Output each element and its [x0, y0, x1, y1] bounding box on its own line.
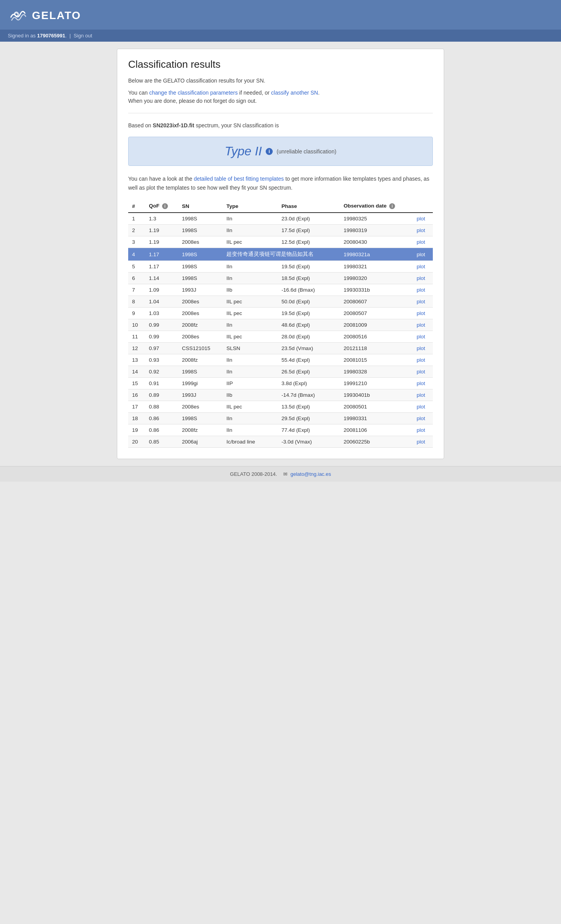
- type-label: Type II: [225, 144, 262, 158]
- cell-sn: 1993J: [178, 284, 222, 296]
- cell-plot[interactable]: plot: [413, 436, 433, 448]
- cell-plot[interactable]: plot: [413, 413, 433, 424]
- table-row: 7 1.09 1993J IIb -16.6d (Bmax) 19930331b…: [128, 284, 433, 296]
- cell-phase: 13.5d (Expl): [278, 401, 340, 413]
- qof-info-icon[interactable]: i: [162, 203, 168, 209]
- table-row: 4 1.17 1998S 超变传奇通灵项链可谓是物品如其名 19980321a …: [128, 248, 433, 261]
- cell-sn: 1998S: [178, 366, 222, 378]
- plot-link[interactable]: plot: [416, 299, 425, 304]
- cell-num: 20: [128, 436, 145, 448]
- plot-link[interactable]: plot: [416, 239, 425, 245]
- cell-qof: 0.85: [145, 436, 178, 448]
- type-info-icon[interactable]: i: [266, 148, 273, 155]
- cell-num: 19: [128, 424, 145, 436]
- unreliable-label: (unreliable classification): [277, 148, 336, 155]
- cell-plot[interactable]: plot: [413, 354, 433, 366]
- cell-plot[interactable]: plot: [413, 261, 433, 273]
- templates-table-link[interactable]: detailed table of best fitting templates: [194, 176, 284, 182]
- plot-link[interactable]: plot: [416, 227, 425, 233]
- cell-obs: 20080607: [340, 296, 413, 308]
- plot-link[interactable]: plot: [416, 334, 425, 340]
- plot-link[interactable]: plot: [416, 275, 425, 281]
- cell-qof: 0.92: [145, 366, 178, 378]
- type-result-box: Type II i (unreliable classification): [128, 137, 433, 166]
- cell-plot[interactable]: plot: [413, 343, 433, 354]
- plot-link[interactable]: plot: [416, 357, 425, 363]
- cell-sn: 1998S: [178, 261, 222, 273]
- cell-num: 4: [128, 248, 145, 261]
- gelato-logo-icon: [8, 5, 28, 26]
- cell-plot[interactable]: plot: [413, 284, 433, 296]
- plot-link[interactable]: plot: [416, 310, 425, 316]
- plot-link[interactable]: plot: [416, 287, 425, 293]
- email-icon: ✉: [283, 471, 288, 477]
- intro-sign-out-reminder: When you are done, please do not forget …: [128, 98, 257, 104]
- cell-phase: 50.0d (Expl): [278, 296, 340, 308]
- cell-plot[interactable]: plot: [413, 273, 433, 284]
- plot-link[interactable]: plot: [416, 369, 425, 375]
- cell-sn: 2006aj: [178, 436, 222, 448]
- classify-another-link[interactable]: classify another SN: [271, 90, 318, 96]
- cell-plot[interactable]: plot: [413, 236, 433, 248]
- cell-sn: 2008es: [178, 236, 222, 248]
- cell-sn: 2008fz: [178, 354, 222, 366]
- table-row: 18 0.86 1998S IIn 29.5d (Expl) 19980331 …: [128, 413, 433, 424]
- table-row: 5 1.17 1998S IIn 19.5d (Expl) 19980321 p…: [128, 261, 433, 273]
- results-table: # QoF i SN Type Phase Observation date i…: [128, 200, 433, 448]
- cell-num: 2: [128, 225, 145, 236]
- plot-link[interactable]: plot: [416, 345, 425, 351]
- cell-sn: 1999gi: [178, 378, 222, 389]
- cell-phase: 77.4d (Expl): [278, 424, 340, 436]
- sign-out-link[interactable]: Sign out: [74, 33, 92, 39]
- cell-num: 17: [128, 401, 145, 413]
- cell-phase: 19.5d (Expl): [278, 308, 340, 319]
- plot-link[interactable]: plot: [416, 439, 425, 445]
- cell-plot[interactable]: plot: [413, 366, 433, 378]
- cell-plot[interactable]: plot: [413, 225, 433, 236]
- templates-text: You can have a look at the detailed tabl…: [128, 174, 433, 192]
- obs-date-info-icon[interactable]: i: [389, 203, 395, 209]
- plot-link[interactable]: plot: [416, 415, 425, 421]
- cell-plot[interactable]: plot: [413, 378, 433, 389]
- cell-obs: 19930401b: [340, 389, 413, 401]
- main-content: Classification results Below are the GEL…: [117, 49, 444, 459]
- cell-type: IIn: [222, 366, 277, 378]
- plot-link[interactable]: plot: [416, 427, 425, 433]
- cell-plot[interactable]: plot: [413, 319, 433, 331]
- col-sn: SN: [178, 200, 222, 213]
- plot-link[interactable]: plot: [416, 216, 425, 222]
- plot-link[interactable]: plot: [416, 322, 425, 328]
- change-params-link[interactable]: change the classification parameters: [149, 90, 238, 96]
- cell-qof: 0.91: [145, 378, 178, 389]
- cell-plot[interactable]: plot: [413, 213, 433, 225]
- cell-plot[interactable]: plot: [413, 424, 433, 436]
- cell-plot[interactable]: plot: [413, 296, 433, 308]
- col-num: #: [128, 200, 145, 213]
- plot-link[interactable]: plot: [416, 404, 425, 410]
- header-sub: Signed in as 1790765991. | Sign out: [0, 30, 561, 42]
- footer-email-link[interactable]: gelato@tng.iac.es: [290, 471, 331, 477]
- table-row: 20 0.85 2006aj Ic/broad line -3.0d (Vmax…: [128, 436, 433, 448]
- cell-type: IIn: [222, 225, 277, 236]
- plot-link[interactable]: plot: [416, 252, 425, 257]
- plot-link[interactable]: plot: [416, 392, 425, 398]
- cell-type: IIb: [222, 284, 277, 296]
- cell-qof: 1.03: [145, 308, 178, 319]
- table-row: 10 0.99 2008fz IIn 48.6d (Expl) 20081009…: [128, 319, 433, 331]
- cell-qof: 0.99: [145, 331, 178, 343]
- cell-obs: 20081009: [340, 319, 413, 331]
- cell-plot[interactable]: plot: [413, 248, 433, 261]
- cell-sn: 1998S: [178, 273, 222, 284]
- plot-link[interactable]: plot: [416, 264, 425, 269]
- cell-plot[interactable]: plot: [413, 308, 433, 319]
- cell-plot[interactable]: plot: [413, 389, 433, 401]
- cell-obs: 20060225b: [340, 436, 413, 448]
- table-body: 1 1.3 1998S IIn 23.0d (Expl) 19980325 pl…: [128, 213, 433, 448]
- cell-plot[interactable]: plot: [413, 331, 433, 343]
- cell-type: IIn: [222, 424, 277, 436]
- cell-plot[interactable]: plot: [413, 401, 433, 413]
- table-row: 1 1.3 1998S IIn 23.0d (Expl) 19980325 pl…: [128, 213, 433, 225]
- cell-num: 1: [128, 213, 145, 225]
- plot-link[interactable]: plot: [416, 380, 425, 386]
- cell-sn: 1998S: [178, 213, 222, 225]
